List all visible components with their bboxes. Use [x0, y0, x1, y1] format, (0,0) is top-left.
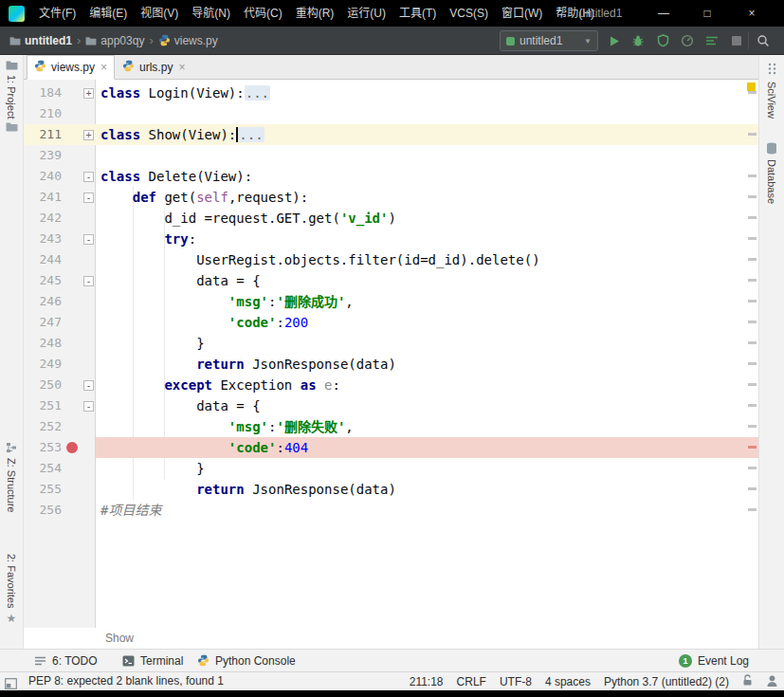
python-interpreter[interactable]: Python 3.7 (untitled2) (2) [604, 675, 729, 688]
menu-item[interactable]: 编辑(E) [82, 0, 134, 27]
fold-marker[interactable]: + [83, 130, 94, 140]
code-text[interactable]: data = { [96, 395, 758, 416]
tool-button-database[interactable]: Database [759, 142, 784, 204]
code-text[interactable]: def get(self,request): [96, 187, 758, 208]
code-text[interactable]: d_id =request.GET.get('v_id') [96, 208, 758, 229]
menu-item[interactable]: VCS(S) [443, 0, 495, 27]
error-stripe[interactable] [745, 80, 758, 628]
gutter-cell[interactable]: 251- [24, 395, 96, 416]
gutter-cell[interactable]: 250- [24, 375, 96, 395]
breadcrumb-item[interactable]: Show [105, 632, 134, 645]
tool-button-favorites[interactable]: 2: Favorites ★ [0, 554, 23, 624]
editor-tab[interactable]: views.py× [27, 55, 115, 80]
gutter-cell[interactable]: 241- [24, 187, 96, 208]
gutter-cell[interactable]: 211+ [24, 124, 96, 145]
folder-icon[interactable] [0, 121, 23, 132]
menu-item[interactable]: 文件(F) [32, 0, 82, 27]
run-with-coverage-icon[interactable] [655, 33, 670, 48]
run-concurrency-icon[interactable] [704, 33, 720, 48]
gutter-cell[interactable]: 210 [24, 103, 96, 124]
menu-item[interactable]: 视图(V) [134, 0, 185, 27]
code-text[interactable]: class Delete(View): [96, 166, 758, 187]
gutter-cell[interactable]: 245- [24, 270, 96, 291]
tab-close-icon[interactable]: × [100, 61, 107, 74]
gutter-cell[interactable]: 255 [24, 479, 96, 500]
gutter-cell[interactable]: 256 [24, 500, 96, 521]
menu-item[interactable]: 运行(U) [340, 0, 392, 27]
gutter-cell[interactable]: 253 [24, 437, 96, 458]
run-button[interactable] [607, 33, 622, 48]
gutter-cell[interactable]: 246 [24, 291, 96, 312]
menu-item[interactable]: 重构(R) [289, 0, 341, 27]
search-everywhere-icon[interactable] [756, 33, 771, 48]
breakpoint-dot[interactable] [66, 442, 78, 453]
breadcrumb-item[interactable]: app03qy [83, 34, 146, 47]
code-text[interactable]: class Show(View):... [96, 124, 758, 145]
editor-tab[interactable]: urls.py× [115, 55, 192, 80]
breadcrumb-item[interactable]: untitled1 [8, 34, 74, 47]
menu-item[interactable]: 导航(N) [185, 0, 237, 27]
gutter-cell[interactable]: 252 [24, 416, 96, 437]
fold-marker[interactable]: - [83, 380, 94, 391]
hector-inspections-icon[interactable] [766, 674, 778, 689]
code-text[interactable]: return JsonResponse(data) [96, 479, 758, 500]
tab-close-icon[interactable]: × [178, 61, 185, 74]
code-text[interactable]: class Login(View):... [96, 83, 758, 103]
code-text[interactable]: return JsonResponse(data) [96, 354, 758, 375]
code-text[interactable]: except Exception as e: [96, 375, 758, 395]
fold-marker[interactable]: - [83, 193, 94, 203]
fold-marker[interactable]: - [83, 172, 94, 182]
gutter-cell[interactable]: 244 [24, 249, 96, 270]
code-text[interactable]: 'code':404 [96, 437, 758, 458]
terminal-button[interactable]: Terminal [122, 650, 183, 671]
code-text[interactable]: 'msg':'删除失败', [96, 416, 758, 437]
menu-item[interactable]: 工具(T) [392, 0, 443, 27]
menu-item[interactable]: 代码(C) [237, 0, 289, 27]
gutter-cell[interactable]: 242 [24, 208, 96, 229]
code-text[interactable]: data = { [96, 270, 758, 291]
breadcrumb-item[interactable]: views.py [156, 34, 220, 47]
python-console-button[interactable]: Python Console [197, 650, 296, 671]
fold-marker[interactable]: - [83, 276, 94, 286]
tool-button-project[interactable]: 1: Project [0, 60, 23, 119]
fold-marker[interactable]: + [83, 88, 94, 99]
code-text[interactable]: 'code':200 [96, 312, 758, 333]
gutter-cell[interactable]: 249 [24, 354, 96, 375]
code-editor[interactable]: 184+class Login(View):...210211+class Sh… [24, 80, 758, 628]
code-text[interactable] [96, 145, 758, 166]
close-button[interactable]: × [736, 0, 768, 27]
indent-style[interactable]: 4 spaces [545, 675, 591, 688]
run-config-selector[interactable]: untitled1 ▼ [500, 30, 598, 51]
code-text[interactable]: } [96, 333, 758, 354]
stop-button[interactable] [729, 33, 744, 48]
gutter-cell[interactable]: 254 [24, 458, 96, 479]
gutter-cell[interactable]: 243- [24, 229, 96, 249]
gutter-cell[interactable]: 240- [24, 166, 96, 187]
debug-bug-icon[interactable] [630, 33, 646, 48]
caret-position[interactable]: 211:18 [410, 675, 444, 688]
fold-marker[interactable]: - [83, 234, 94, 245]
gutter-cell[interactable]: 248 [24, 333, 96, 354]
tool-button-sciview[interactable]: SciView [759, 82, 784, 119]
gutter-cell[interactable]: 239 [24, 145, 96, 166]
code-text[interactable]: UserRegist.objects.filter(id=d_id).delet… [96, 249, 758, 270]
code-text[interactable]: } [96, 458, 758, 479]
event-log-button[interactable]: 1 Event Log [679, 650, 749, 671]
maximize-button[interactable]: □ [691, 0, 723, 27]
code-text[interactable]: 'msg':'删除成功', [96, 291, 758, 312]
file-encoding[interactable]: UTF-8 [500, 675, 532, 688]
tool-windows-grid-icon[interactable] [759, 63, 784, 75]
minimize-button[interactable]: — [647, 0, 680, 27]
fold-marker[interactable]: - [83, 401, 94, 412]
menu-item[interactable]: 窗口(W) [495, 0, 549, 27]
tool-button-structure[interactable]: Z: Structure [0, 442, 23, 512]
line-separator[interactable]: CRLF [457, 675, 486, 688]
todo-button[interactable]: 6: TODO [34, 650, 98, 671]
lock-icon[interactable] [742, 674, 753, 689]
code-text[interactable]: try: [96, 229, 758, 249]
warning-indicator-icon[interactable] [747, 83, 756, 91]
gutter-cell[interactable]: 247 [24, 312, 96, 333]
profiler-icon[interactable] [680, 33, 695, 48]
code-text[interactable] [96, 103, 758, 124]
code-text[interactable]: #项目结束 [96, 500, 758, 521]
